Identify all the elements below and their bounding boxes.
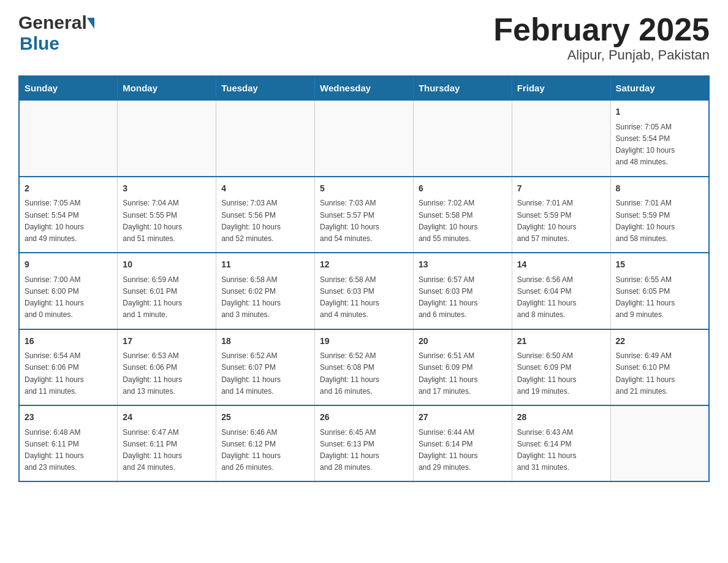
day-info: Sunrise: 6:58 AMSunset: 6:02 PMDaylight:…	[221, 274, 309, 321]
day-info: Sunrise: 6:43 AMSunset: 6:14 PMDaylight:…	[517, 427, 605, 474]
day-number: 22	[616, 335, 703, 348]
day-info: Sunrise: 6:47 AMSunset: 6:11 PMDaylight:…	[123, 427, 211, 474]
day-number: 13	[419, 258, 507, 272]
calendar-cell: 26Sunrise: 6:45 AMSunset: 6:13 PMDayligh…	[315, 405, 414, 481]
day-info: Sunrise: 7:05 AMSunset: 5:54 PMDaylight:…	[616, 121, 703, 169]
day-info: Sunrise: 7:01 AMSunset: 5:59 PMDaylight:…	[517, 197, 605, 245]
day-number: 10	[123, 258, 211, 272]
calendar-cell	[216, 100, 315, 176]
day-number: 28	[517, 411, 605, 424]
day-info: Sunrise: 7:02 AMSunset: 5:58 PMDaylight:…	[419, 197, 507, 245]
title-block: February 2025 Alipur, Punjab, Pakistan	[493, 12, 710, 63]
calendar-week-2: 2Sunrise: 7:05 AMSunset: 5:54 PMDaylight…	[19, 177, 709, 253]
logo-blue-text: Blue	[20, 33, 59, 54]
day-info: Sunrise: 7:00 AMSunset: 6:00 PMDaylight:…	[25, 274, 112, 321]
day-number: 2	[25, 182, 112, 196]
weekday-header-saturday: Saturday	[610, 76, 709, 100]
calendar-cell: 20Sunrise: 6:51 AMSunset: 6:09 PMDayligh…	[413, 329, 512, 405]
calendar-cell: 24Sunrise: 6:47 AMSunset: 6:11 PMDayligh…	[118, 405, 216, 481]
day-number: 7	[517, 182, 605, 196]
calendar-cell	[610, 405, 709, 481]
day-info: Sunrise: 6:51 AMSunset: 6:09 PMDaylight:…	[419, 350, 507, 397]
calendar-cell	[118, 100, 216, 176]
day-number: 23	[25, 411, 112, 424]
day-info: Sunrise: 7:05 AMSunset: 5:54 PMDaylight:…	[25, 197, 112, 245]
day-info: Sunrise: 6:56 AMSunset: 6:04 PMDaylight:…	[517, 274, 605, 321]
day-info: Sunrise: 7:03 AMSunset: 5:57 PMDaylight:…	[320, 197, 408, 245]
day-number: 20	[419, 335, 507, 348]
calendar-cell: 21Sunrise: 6:50 AMSunset: 6:09 PMDayligh…	[512, 329, 610, 405]
day-number: 8	[616, 182, 703, 196]
day-number: 4	[221, 182, 309, 196]
day-number: 19	[320, 335, 408, 348]
day-info: Sunrise: 7:01 AMSunset: 5:59 PMDaylight:…	[616, 197, 703, 245]
calendar-cell: 28Sunrise: 6:43 AMSunset: 6:14 PMDayligh…	[512, 405, 610, 481]
calendar-cell	[19, 100, 118, 176]
calendar-body: 1Sunrise: 7:05 AMSunset: 5:54 PMDaylight…	[19, 100, 709, 481]
calendar-cell: 18Sunrise: 6:52 AMSunset: 6:07 PMDayligh…	[216, 329, 315, 405]
calendar-cell: 13Sunrise: 6:57 AMSunset: 6:03 PMDayligh…	[413, 253, 512, 329]
weekday-header-monday: Monday	[118, 76, 216, 100]
calendar-cell: 1Sunrise: 7:05 AMSunset: 5:54 PMDaylight…	[610, 100, 709, 176]
day-number: 15	[616, 258, 703, 272]
day-number: 16	[25, 335, 112, 348]
calendar-cell: 8Sunrise: 7:01 AMSunset: 5:59 PMDaylight…	[610, 177, 709, 253]
day-info: Sunrise: 6:54 AMSunset: 6:06 PMDaylight:…	[25, 350, 112, 397]
logo-general-text: General	[18, 12, 87, 33]
calendar-week-3: 9Sunrise: 7:00 AMSunset: 6:00 PMDaylight…	[19, 253, 709, 329]
day-number: 5	[320, 182, 408, 196]
calendar-cell: 10Sunrise: 6:59 AMSunset: 6:01 PMDayligh…	[118, 253, 216, 329]
day-number: 26	[320, 411, 408, 424]
calendar-cell: 23Sunrise: 6:48 AMSunset: 6:11 PMDayligh…	[19, 405, 118, 481]
calendar-cell: 11Sunrise: 6:58 AMSunset: 6:02 PMDayligh…	[216, 253, 315, 329]
day-number: 25	[221, 411, 309, 424]
day-number: 27	[419, 411, 507, 424]
logo: General Blue	[18, 12, 94, 54]
calendar-cell: 12Sunrise: 6:58 AMSunset: 6:03 PMDayligh…	[315, 253, 414, 329]
calendar-table: SundayMondayTuesdayWednesdayThursdayFrid…	[18, 75, 710, 482]
day-number: 3	[123, 182, 211, 196]
day-number: 18	[221, 335, 309, 348]
day-number: 17	[123, 335, 211, 348]
calendar-cell	[413, 100, 512, 176]
calendar-cell: 27Sunrise: 6:44 AMSunset: 6:14 PMDayligh…	[413, 405, 512, 481]
day-info: Sunrise: 6:52 AMSunset: 6:08 PMDaylight:…	[320, 350, 408, 397]
day-info: Sunrise: 6:46 AMSunset: 6:12 PMDaylight:…	[221, 427, 309, 474]
day-number: 14	[517, 258, 605, 272]
day-info: Sunrise: 6:50 AMSunset: 6:09 PMDaylight:…	[517, 350, 605, 397]
day-number: 12	[320, 258, 408, 272]
day-info: Sunrise: 6:59 AMSunset: 6:01 PMDaylight:…	[123, 274, 211, 321]
day-info: Sunrise: 7:04 AMSunset: 5:55 PMDaylight:…	[123, 197, 211, 245]
day-number: 11	[221, 258, 309, 272]
calendar-week-5: 23Sunrise: 6:48 AMSunset: 6:11 PMDayligh…	[19, 405, 709, 481]
calendar-cell: 17Sunrise: 6:53 AMSunset: 6:06 PMDayligh…	[118, 329, 216, 405]
weekday-header-row: SundayMondayTuesdayWednesdayThursdayFrid…	[19, 76, 709, 100]
calendar-cell: 16Sunrise: 6:54 AMSunset: 6:06 PMDayligh…	[19, 329, 118, 405]
calendar-cell: 3Sunrise: 7:04 AMSunset: 5:55 PMDaylight…	[118, 177, 216, 253]
weekday-header-wednesday: Wednesday	[315, 76, 414, 100]
calendar-cell: 5Sunrise: 7:03 AMSunset: 5:57 PMDaylight…	[315, 177, 414, 253]
day-info: Sunrise: 6:45 AMSunset: 6:13 PMDaylight:…	[320, 427, 408, 474]
day-number: 24	[123, 411, 211, 424]
calendar-cell	[315, 100, 414, 176]
day-info: Sunrise: 7:03 AMSunset: 5:56 PMDaylight:…	[221, 197, 309, 245]
calendar-cell: 2Sunrise: 7:05 AMSunset: 5:54 PMDaylight…	[19, 177, 118, 253]
calendar-cell: 19Sunrise: 6:52 AMSunset: 6:08 PMDayligh…	[315, 329, 414, 405]
calendar-cell: 14Sunrise: 6:56 AMSunset: 6:04 PMDayligh…	[512, 253, 610, 329]
weekday-header-thursday: Thursday	[413, 76, 512, 100]
calendar-cell: 25Sunrise: 6:46 AMSunset: 6:12 PMDayligh…	[216, 405, 315, 481]
calendar-week-4: 16Sunrise: 6:54 AMSunset: 6:06 PMDayligh…	[19, 329, 709, 405]
day-info: Sunrise: 6:55 AMSunset: 6:05 PMDaylight:…	[616, 274, 703, 321]
day-info: Sunrise: 6:52 AMSunset: 6:07 PMDaylight:…	[221, 350, 309, 397]
weekday-header-friday: Friday	[512, 76, 610, 100]
location-text: Alipur, Punjab, Pakistan	[493, 47, 710, 63]
day-number: 9	[25, 258, 112, 272]
day-number: 21	[517, 335, 605, 348]
month-title: February 2025	[493, 12, 710, 47]
calendar-header: SundayMondayTuesdayWednesdayThursdayFrid…	[19, 76, 709, 100]
day-info: Sunrise: 6:53 AMSunset: 6:06 PMDaylight:…	[123, 350, 211, 397]
day-number: 1	[616, 105, 703, 119]
day-info: Sunrise: 6:44 AMSunset: 6:14 PMDaylight:…	[419, 427, 507, 474]
calendar-cell	[512, 100, 610, 176]
calendar-cell: 7Sunrise: 7:01 AMSunset: 5:59 PMDaylight…	[512, 177, 610, 253]
